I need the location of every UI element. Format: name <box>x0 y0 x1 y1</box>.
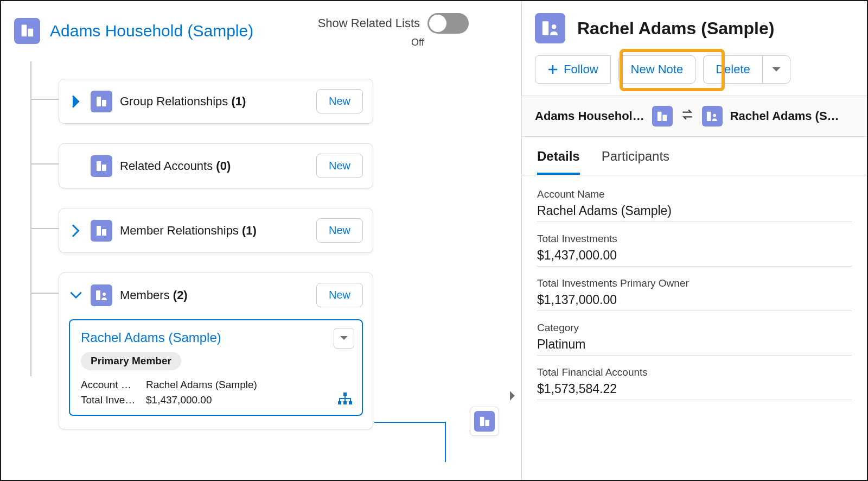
svg-rect-18 <box>343 401 347 404</box>
left-panel: Adams Household (Sample) Show Related Li… <box>1 1 522 480</box>
member-menu-button[interactable] <box>334 328 354 349</box>
svg-rect-5 <box>24 29 25 30</box>
tab-details[interactable]: Details <box>537 149 580 175</box>
svg-rect-10 <box>97 161 101 171</box>
member-card-rachel[interactable]: Rachel Adams (Sample) Primary Member Acc… <box>69 319 363 416</box>
field-total-investments-primary-owner: Total Investments Primary Owner $1,137,0… <box>537 277 852 311</box>
breadcrumb-person[interactable]: Rachel Adams (S… <box>730 109 839 123</box>
follow-button[interactable]: Follow <box>535 55 611 84</box>
svg-rect-0 <box>21 25 27 37</box>
chevron-right-icon[interactable] <box>69 94 83 109</box>
svg-rect-17 <box>338 401 341 404</box>
household-icon <box>14 18 40 44</box>
tree-spine <box>30 61 31 376</box>
svg-rect-13 <box>102 229 106 236</box>
right-panel: Rachel Adams (Sample) Follow New Note De… <box>522 1 867 480</box>
account-icon <box>91 155 112 177</box>
expand-caret-icon[interactable] <box>509 390 516 404</box>
tab-participants[interactable]: Participants <box>602 149 669 175</box>
svg-point-23 <box>552 24 557 29</box>
new-button[interactable]: New <box>316 89 363 113</box>
svg-rect-26 <box>707 111 711 121</box>
svg-point-15 <box>103 293 106 296</box>
hierarchy-icon[interactable] <box>338 393 352 407</box>
related-lists-toggle[interactable] <box>427 13 469 34</box>
svg-rect-19 <box>349 401 352 404</box>
household-icon <box>652 106 673 126</box>
plus-icon <box>547 64 558 75</box>
svg-rect-7 <box>24 30 25 31</box>
field-total-financial-accounts: Total Financial Accounts $1,573,584.22 <box>537 366 852 400</box>
svg-rect-16 <box>343 393 347 396</box>
chevron-down-icon[interactable] <box>69 288 83 302</box>
new-button[interactable]: New <box>316 283 363 307</box>
account-icon <box>91 220 112 242</box>
svg-rect-1 <box>28 29 33 36</box>
more-actions-button[interactable] <box>762 55 790 84</box>
svg-rect-25 <box>663 115 667 121</box>
breadcrumb: Adams Househol… Rachel Adams (S… <box>522 96 867 137</box>
member-name-link[interactable]: Rachel Adams (Sample) <box>81 330 221 345</box>
svg-rect-21 <box>485 420 489 426</box>
chevron-right-icon[interactable] <box>69 224 83 238</box>
member-field-value: $1,437,000.00 <box>146 394 212 406</box>
toggle-label: Show Related Lists <box>318 16 420 30</box>
section-title: Group Relationships (1) <box>120 94 246 109</box>
svg-rect-2 <box>23 27 24 28</box>
svg-rect-24 <box>658 111 662 121</box>
member-field-value: Rachel Adams (Sample) <box>146 379 257 391</box>
account-icon <box>91 91 112 112</box>
householdperson-icon <box>91 284 112 306</box>
svg-rect-20 <box>480 416 484 426</box>
svg-rect-11 <box>102 164 106 171</box>
svg-rect-9 <box>102 100 106 106</box>
delete-button[interactable]: Delete <box>703 55 762 84</box>
svg-rect-6 <box>23 30 24 31</box>
details-section: Account Name Rachel Adams (Sample) Total… <box>522 175 867 411</box>
svg-rect-4 <box>23 29 24 30</box>
new-button[interactable]: New <box>316 218 363 243</box>
related-node-icon[interactable] <box>470 407 499 436</box>
section-title: Member Relationships (1) <box>120 224 257 238</box>
person-account-icon <box>535 13 565 43</box>
section-member-relationships: Member Relationships (1) New <box>59 208 373 253</box>
svg-rect-3 <box>24 27 25 28</box>
page-title: Rachel Adams (Sample) <box>577 18 774 39</box>
svg-rect-14 <box>96 290 100 300</box>
household-title-link[interactable]: Adams Household (Sample) <box>50 22 253 40</box>
svg-rect-12 <box>97 226 101 236</box>
member-field-label: Total Inve… <box>81 394 146 406</box>
svg-rect-8 <box>97 97 101 106</box>
field-category: Category Platinum <box>537 322 852 356</box>
svg-rect-22 <box>542 21 548 35</box>
section-members: Members (2) New Rachel Adams (Sample) Pr… <box>59 273 373 429</box>
tabs: Details Participants <box>522 137 867 175</box>
new-button[interactable]: New <box>316 154 363 178</box>
section-group-relationships: Group Relationships (1) New <box>59 79 373 124</box>
connector-line <box>374 422 446 462</box>
toggle-state: Off <box>411 37 424 48</box>
swap-icon <box>680 109 694 124</box>
new-note-button[interactable]: New Note <box>618 55 696 84</box>
svg-point-27 <box>713 113 717 117</box>
breadcrumb-household[interactable]: Adams Househol… <box>535 109 644 123</box>
section-title: Related Accounts (0) <box>120 159 231 173</box>
section-related-accounts: · Related Accounts (0) New <box>59 143 373 188</box>
field-account-name: Account Name Rachel Adams (Sample) <box>537 188 852 222</box>
field-total-investments: Total Investments $1,437,000.00 <box>537 233 852 267</box>
primary-member-badge: Primary Member <box>81 352 181 370</box>
member-field-label: Account … <box>81 379 146 391</box>
person-account-icon <box>702 106 723 126</box>
section-title: Members (2) <box>120 288 188 302</box>
